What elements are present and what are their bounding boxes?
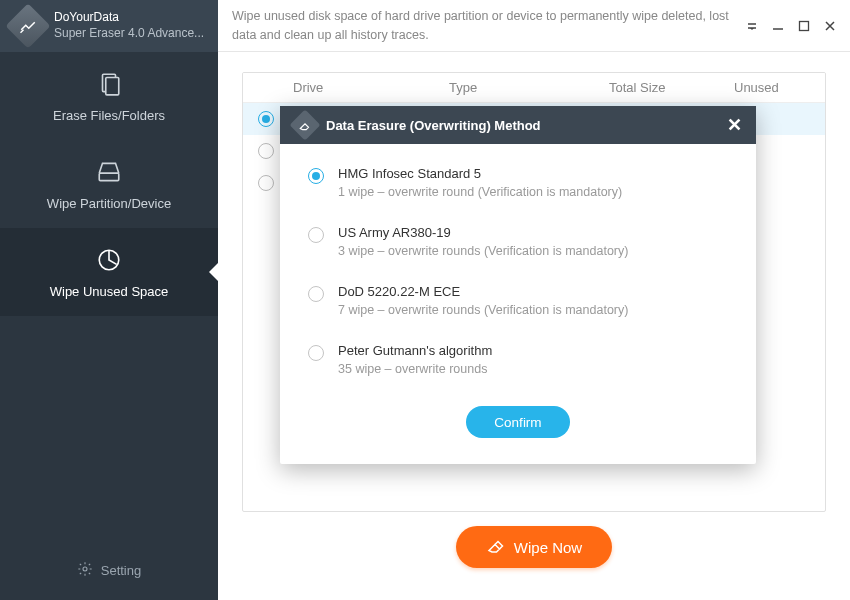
brand-name: DoYourData <box>54 10 204 26</box>
row-radio[interactable] <box>258 111 274 127</box>
col-drive: Drive <box>289 80 449 95</box>
app-brand: DoYourData Super Eraser 4.0 Advance... <box>0 0 218 52</box>
modal-close-button[interactable]: ✕ <box>727 114 742 136</box>
row-radio[interactable] <box>258 175 274 191</box>
svg-point-4 <box>83 567 87 571</box>
nav-label: Wipe Unused Space <box>50 284 169 299</box>
method-desc: 7 wipe – overwrite rounds (Verification … <box>338 303 628 317</box>
sidebar: DoYourData Super Eraser 4.0 Advance... E… <box>0 0 218 600</box>
method-radio[interactable] <box>308 168 324 184</box>
erasure-method-modal: Data Erasure (Overwriting) Method ✕ HMG … <box>280 106 756 464</box>
app-logo-icon <box>5 3 50 48</box>
method-desc: 35 wipe – overwrite rounds <box>338 362 492 376</box>
modal-title: Data Erasure (Overwriting) Method <box>326 118 541 133</box>
confirm-button[interactable]: Confirm <box>466 406 569 438</box>
nav-wipe-partition[interactable]: Wipe Partition/Device <box>0 140 218 228</box>
sidebar-nav: Erase Files/Folders Wipe Partition/Devic… <box>0 52 218 540</box>
method-radio[interactable] <box>308 227 324 243</box>
menu-icon[interactable] <box>746 20 758 32</box>
page-description: Wipe unused disk space of hard drive par… <box>232 7 736 43</box>
nav-label: Erase Files/Folders <box>53 108 165 123</box>
files-icon <box>95 70 123 98</box>
close-button[interactable] <box>824 20 836 32</box>
svg-rect-2 <box>99 173 119 181</box>
settings-button[interactable]: Setting <box>0 540 218 600</box>
method-desc: 1 wipe – overwrite round (Verification i… <box>338 185 622 199</box>
wipe-now-button[interactable]: Wipe Now <box>456 526 612 568</box>
wipe-now-label: Wipe Now <box>514 539 582 556</box>
footer: Wipe Now <box>242 512 826 582</box>
svg-rect-1 <box>106 77 119 94</box>
method-desc: 3 wipe – overwrite rounds (Verification … <box>338 244 628 258</box>
method-option-army[interactable]: US Army AR380-19 3 wipe – overwrite roun… <box>308 225 728 258</box>
nav-wipe-unused[interactable]: Wipe Unused Space <box>0 228 218 316</box>
method-title: Peter Gutmann's algorithm <box>338 343 492 358</box>
nav-label: Wipe Partition/Device <box>47 196 171 211</box>
eraser-icon <box>289 109 320 140</box>
method-option-dod[interactable]: DoD 5220.22-M ECE 7 wipe – overwrite rou… <box>308 284 728 317</box>
method-option-hmg[interactable]: HMG Infosec Standard 5 1 wipe – overwrit… <box>308 166 728 199</box>
eraser-icon <box>486 537 504 558</box>
piechart-icon <box>95 246 123 274</box>
brand-product: Super Eraser 4.0 Advance... <box>54 26 204 42</box>
row-radio[interactable] <box>258 143 274 159</box>
modal-header: Data Erasure (Overwriting) Method ✕ <box>280 106 756 144</box>
topbar: Wipe unused disk space of hard drive par… <box>218 0 850 52</box>
minimize-button[interactable] <box>772 20 784 32</box>
method-title: DoD 5220.22-M ECE <box>338 284 628 299</box>
nav-erase-files[interactable]: Erase Files/Folders <box>0 52 218 140</box>
method-title: HMG Infosec Standard 5 <box>338 166 622 181</box>
method-radio[interactable] <box>308 286 324 302</box>
svg-rect-5 <box>800 21 809 30</box>
maximize-button[interactable] <box>798 20 810 32</box>
method-title: US Army AR380-19 <box>338 225 628 240</box>
table-header: Drive Type Total Size Unused <box>243 73 825 103</box>
method-radio[interactable] <box>308 345 324 361</box>
drive-icon <box>95 158 123 186</box>
gear-icon <box>77 561 93 580</box>
col-type: Type <box>449 80 609 95</box>
settings-label: Setting <box>101 563 141 578</box>
col-size: Total Size <box>609 80 734 95</box>
method-option-gutmann[interactable]: Peter Gutmann's algorithm 35 wipe – over… <box>308 343 728 376</box>
col-unused: Unused <box>734 80 825 95</box>
